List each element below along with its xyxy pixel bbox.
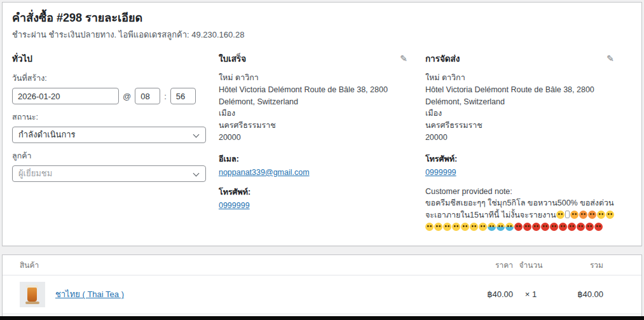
pencil-icon: ✎ [400,53,408,64]
window-bottom-edge [0,316,644,320]
shipping-address: Hôtel Victoria Delémont Route de Bâle 38… [425,84,615,108]
shipping-phone-link[interactable]: 0999999 [425,168,456,177]
order-status-select[interactable]: กำลังดำเนินการ [12,127,206,143]
emoji [588,211,596,219]
column-header-total: รวม [549,259,603,271]
billing-postcode: 20000 [219,132,409,144]
billing-city: เมือง [219,108,409,120]
billing-phone-label: โทรศัพท์: [219,186,409,198]
shipping-phone-label: โทรศัพท์: [425,153,615,165]
general-section: ทั่วไป วันที่สร้าง: @ : สถานะ: กำลังดำเน… [12,52,219,234]
emoji [556,211,565,219]
edit-billing-button[interactable]: ✎ [399,54,409,63]
page-title: คำสั่งซื้อ #298 รายละเอียด [12,10,632,26]
time-colon: : [164,92,167,101]
chevron-down-icon [193,170,200,177]
product-link[interactable]: ชาไทย ( Thai Tea ) [55,289,124,299]
table-row: ชาไทย ( Thai Tea ) ฿40.00 × 1 ฿40.00 [3,275,641,314]
order-minute-input[interactable] [170,88,196,104]
billing-section: ใบเสร็จ ✎ ใหม่ ดาวิกา Hôtel Victoria Del… [219,52,425,234]
emoji [597,211,605,219]
billing-province: นครศรีธรรมราช [219,120,409,132]
emoji [559,223,567,231]
items-table-header: สินค้า ราคา จำนวน รวม [3,255,641,275]
chevron-down-icon [193,132,200,138]
emoji [541,223,549,231]
billing-address: Hôtel Victoria Delémont Route de Bâle 38… [219,84,409,108]
emoji [514,223,523,231]
item-total: ฿40.00 [549,289,603,299]
emoji [479,223,487,231]
shipping-section-heading: การจัดส่ง [425,52,460,66]
emoji [505,223,514,231]
shipping-section: การจัดส่ง ✎ ใหม่ ดาวิกา Hôtel Victoria D… [425,52,632,234]
emoji [577,223,585,231]
thai-tea-image-coaster [25,302,39,304]
column-header-price: ราคา [462,259,513,271]
product-thumbnail [20,282,45,307]
general-section-heading: ทั่วไป [12,52,32,66]
emoji [425,223,434,231]
order-data-panel: คำสั่งซื้อ #298 รายละเอียด ชำระผ่าน ชำระ… [2,2,642,246]
emoji [452,223,460,231]
customer-note: ขอครีมชีสเยอะๆๆ ใช่มุก5กิโล ขอหวาน500% ข… [425,197,615,234]
billing-phone-link[interactable]: 0999999 [219,201,250,210]
emoji [568,223,576,231]
panel-gap [0,246,644,254]
column-header-product: สินค้า [3,259,462,271]
billing-name: ใหม่ ดาวิกา [219,72,409,84]
order-status-value: กำลังดำเนินการ [18,130,76,139]
emoji [497,223,505,231]
billing-email-label: อีเมล: [219,153,409,165]
emoji [443,223,451,231]
customer-note-label: Customer provided note: [425,187,615,196]
shipping-postcode: 20000 [425,132,615,144]
shipping-city: เมือง [425,108,615,120]
order-date-input[interactable] [12,88,119,104]
shipping-province: นครศรีธรรมราช [425,120,615,132]
emoji [461,223,469,231]
emoji [586,223,594,231]
emoji [565,211,570,218]
emoji [488,223,496,231]
emoji [570,211,579,219]
pencil-icon: ✎ [606,53,614,64]
item-price: ฿40.00 [462,289,513,299]
order-hour-input[interactable] [135,88,160,104]
status-label: สถานะ: [12,111,202,123]
emoji [470,223,478,231]
order-payment-meta: ชำระผ่าน ชำระเงินปลายทาง. ไอพีแอดเดรสลูก… [12,28,632,41]
customer-label: ลูกค้า [12,150,202,162]
emoji [594,223,603,231]
emoji [579,211,587,219]
item-qty: × 1 [513,289,549,299]
emoji [550,223,558,231]
emoji [434,223,442,231]
column-header-qty: จำนวน [513,259,549,271]
thai-tea-image-cup [27,288,37,302]
emoji [523,223,531,231]
customer-select[interactable]: ผู้เยี่ยมชม [12,165,206,182]
emoji [606,211,614,219]
billing-section-heading: ใบเสร็จ [219,52,246,66]
emoji [532,223,540,231]
date-at-symbol: @ [123,92,131,101]
customer-value: ผู้เยี่ยมชม [18,169,52,178]
edit-shipping-button[interactable]: ✎ [605,54,615,63]
date-created-label: วันที่สร้าง: [12,72,202,85]
shipping-name: ใหม่ ดาวิกา [425,72,615,84]
order-items-panel: สินค้า ราคา จำนวน รวม ชาไทย ( Thai Tea )… [2,254,642,320]
billing-email-link[interactable]: noppanat339@gmail.com [219,168,310,177]
